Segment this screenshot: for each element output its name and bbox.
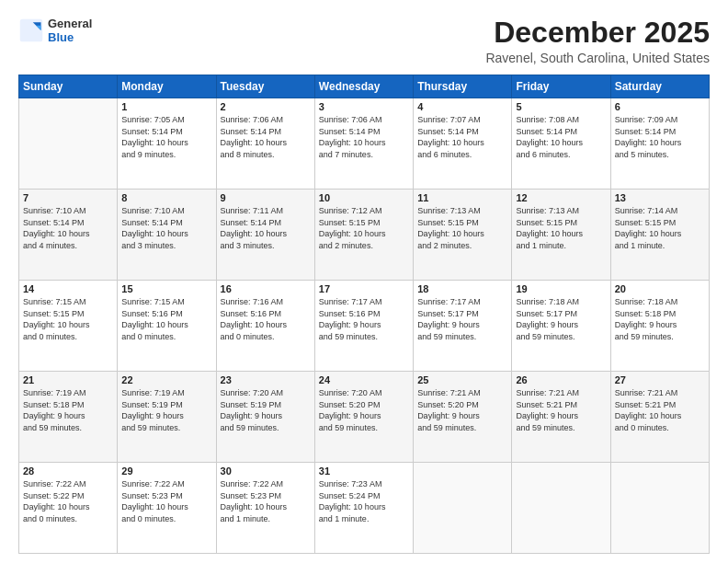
calendar-cell: 16Sunrise: 7:16 AMSunset: 5:16 PMDayligh… [216, 281, 314, 372]
location: Ravenel, South Carolina, United States [485, 51, 710, 65]
day-number: 13 [615, 192, 705, 203]
calendar-cell: 20Sunrise: 7:18 AMSunset: 5:18 PMDayligh… [610, 281, 709, 372]
day-info: Sunrise: 7:18 AMSunset: 5:18 PMDaylight:… [615, 296, 705, 342]
day-number: 11 [417, 192, 507, 203]
calendar-cell: 5Sunrise: 7:08 AMSunset: 5:14 PMDaylight… [512, 98, 610, 190]
calendar-cell: 7Sunrise: 7:10 AMSunset: 5:14 PMDaylight… [19, 190, 118, 281]
day-info: Sunrise: 7:14 AMSunset: 5:15 PMDaylight:… [615, 205, 705, 251]
day-info: Sunrise: 7:19 AMSunset: 5:18 PMDaylight:… [23, 387, 113, 433]
day-info: Sunrise: 7:13 AMSunset: 5:15 PMDaylight:… [417, 205, 507, 251]
calendar-week-row: 7Sunrise: 7:10 AMSunset: 5:14 PMDaylight… [19, 190, 710, 281]
day-number: 2 [221, 101, 311, 112]
weekday-header: Sunday [19, 75, 118, 98]
day-number: 28 [23, 465, 113, 477]
day-info: Sunrise: 7:11 AMSunset: 5:14 PMDaylight:… [221, 205, 311, 251]
day-number: 20 [615, 283, 705, 294]
day-info: Sunrise: 7:06 AMSunset: 5:14 PMDaylight:… [319, 114, 409, 160]
calendar-cell [19, 98, 118, 190]
calendar-cell: 17Sunrise: 7:17 AMSunset: 5:16 PMDayligh… [314, 281, 413, 372]
calendar-cell: 10Sunrise: 7:12 AMSunset: 5:15 PMDayligh… [314, 190, 413, 281]
day-number: 31 [319, 465, 409, 477]
weekday-header: Saturday [610, 75, 709, 98]
calendar-cell: 11Sunrise: 7:13 AMSunset: 5:15 PMDayligh… [414, 190, 512, 281]
calendar-cell [610, 463, 709, 554]
day-number: 27 [615, 374, 705, 385]
day-info: Sunrise: 7:06 AMSunset: 5:14 PMDaylight:… [221, 114, 311, 160]
day-info: Sunrise: 7:21 AMSunset: 5:21 PMDaylight:… [516, 387, 606, 433]
calendar-cell: 21Sunrise: 7:19 AMSunset: 5:18 PMDayligh… [19, 372, 118, 463]
day-number: 17 [319, 283, 409, 294]
calendar-cell: 13Sunrise: 7:14 AMSunset: 5:15 PMDayligh… [610, 190, 709, 281]
calendar-cell: 22Sunrise: 7:19 AMSunset: 5:19 PMDayligh… [118, 372, 216, 463]
day-info: Sunrise: 7:17 AMSunset: 5:16 PMDaylight:… [319, 296, 409, 342]
calendar-cell: 9Sunrise: 7:11 AMSunset: 5:14 PMDaylight… [216, 190, 314, 281]
calendar-cell: 2Sunrise: 7:06 AMSunset: 5:14 PMDaylight… [216, 98, 314, 190]
day-info: Sunrise: 7:05 AMSunset: 5:14 PMDaylight:… [121, 114, 211, 160]
logo-icon [18, 17, 44, 43]
calendar-cell: 6Sunrise: 7:09 AMSunset: 5:14 PMDaylight… [610, 98, 709, 190]
calendar-week-row: 21Sunrise: 7:19 AMSunset: 5:18 PMDayligh… [19, 372, 710, 463]
day-info: Sunrise: 7:17 AMSunset: 5:17 PMDaylight:… [417, 296, 507, 342]
calendar-cell: 14Sunrise: 7:15 AMSunset: 5:15 PMDayligh… [19, 281, 118, 372]
weekday-header: Friday [512, 75, 610, 98]
day-info: Sunrise: 7:07 AMSunset: 5:14 PMDaylight:… [417, 114, 507, 160]
day-number: 16 [221, 283, 311, 294]
calendar-cell: 12Sunrise: 7:13 AMSunset: 5:15 PMDayligh… [512, 190, 610, 281]
calendar-week-row: 28Sunrise: 7:22 AMSunset: 5:22 PMDayligh… [19, 463, 710, 554]
calendar-cell: 3Sunrise: 7:06 AMSunset: 5:14 PMDaylight… [314, 98, 413, 190]
day-info: Sunrise: 7:08 AMSunset: 5:14 PMDaylight:… [516, 114, 606, 160]
day-number: 30 [221, 465, 311, 477]
day-info: Sunrise: 7:19 AMSunset: 5:19 PMDaylight:… [121, 387, 211, 433]
day-info: Sunrise: 7:23 AMSunset: 5:24 PMDaylight:… [319, 478, 409, 524]
calendar-cell: 27Sunrise: 7:21 AMSunset: 5:21 PMDayligh… [610, 372, 709, 463]
day-number: 29 [121, 465, 211, 477]
logo-text: General Blue [48, 17, 92, 44]
day-number: 9 [221, 192, 311, 203]
weekday-header: Wednesday [314, 75, 413, 98]
day-info: Sunrise: 7:09 AMSunset: 5:14 PMDaylight:… [615, 114, 705, 160]
day-number: 10 [319, 192, 409, 203]
day-number: 22 [121, 374, 211, 385]
day-info: Sunrise: 7:16 AMSunset: 5:16 PMDaylight:… [221, 296, 311, 342]
header: General Blue December 2025 Ravenel, Sout… [18, 17, 710, 65]
day-number: 19 [516, 283, 606, 294]
calendar-cell [512, 463, 610, 554]
logo: General Blue [18, 17, 92, 44]
day-number: 25 [417, 374, 507, 385]
day-info: Sunrise: 7:12 AMSunset: 5:15 PMDaylight:… [319, 205, 409, 251]
day-number: 1 [121, 101, 211, 112]
calendar-cell: 26Sunrise: 7:21 AMSunset: 5:21 PMDayligh… [512, 372, 610, 463]
day-info: Sunrise: 7:22 AMSunset: 5:22 PMDaylight:… [23, 478, 113, 524]
weekday-header: Thursday [414, 75, 512, 98]
day-number: 14 [23, 283, 113, 294]
day-number: 12 [516, 192, 606, 203]
page: General Blue December 2025 Ravenel, Sout… [0, 0, 728, 563]
day-number: 8 [121, 192, 211, 203]
calendar-cell: 29Sunrise: 7:22 AMSunset: 5:23 PMDayligh… [118, 463, 216, 554]
day-info: Sunrise: 7:20 AMSunset: 5:19 PMDaylight:… [221, 387, 311, 433]
day-info: Sunrise: 7:15 AMSunset: 5:15 PMDaylight:… [23, 296, 113, 342]
month-title: December 2025 [485, 17, 710, 49]
day-number: 23 [221, 374, 311, 385]
calendar-week-row: 1Sunrise: 7:05 AMSunset: 5:14 PMDaylight… [19, 98, 710, 190]
calendar-cell: 15Sunrise: 7:15 AMSunset: 5:16 PMDayligh… [118, 281, 216, 372]
calendar-cell: 1Sunrise: 7:05 AMSunset: 5:14 PMDaylight… [118, 98, 216, 190]
title-block: December 2025 Ravenel, South Carolina, U… [485, 17, 710, 65]
weekday-header: Tuesday [216, 75, 314, 98]
day-number: 5 [516, 101, 606, 112]
weekday-header: Monday [118, 75, 216, 98]
calendar-cell [414, 463, 512, 554]
day-info: Sunrise: 7:15 AMSunset: 5:16 PMDaylight:… [121, 296, 211, 342]
day-info: Sunrise: 7:22 AMSunset: 5:23 PMDaylight:… [121, 478, 211, 524]
calendar-cell: 25Sunrise: 7:21 AMSunset: 5:20 PMDayligh… [414, 372, 512, 463]
day-info: Sunrise: 7:18 AMSunset: 5:17 PMDaylight:… [516, 296, 606, 342]
calendar-cell: 19Sunrise: 7:18 AMSunset: 5:17 PMDayligh… [512, 281, 610, 372]
day-info: Sunrise: 7:21 AMSunset: 5:20 PMDaylight:… [417, 387, 507, 433]
day-info: Sunrise: 7:22 AMSunset: 5:23 PMDaylight:… [221, 478, 311, 524]
day-info: Sunrise: 7:10 AMSunset: 5:14 PMDaylight:… [121, 205, 211, 251]
calendar-cell: 31Sunrise: 7:23 AMSunset: 5:24 PMDayligh… [314, 463, 413, 554]
calendar-week-row: 14Sunrise: 7:15 AMSunset: 5:15 PMDayligh… [19, 281, 710, 372]
calendar-cell: 24Sunrise: 7:20 AMSunset: 5:20 PMDayligh… [314, 372, 413, 463]
day-number: 7 [23, 192, 113, 203]
day-number: 6 [615, 101, 705, 112]
